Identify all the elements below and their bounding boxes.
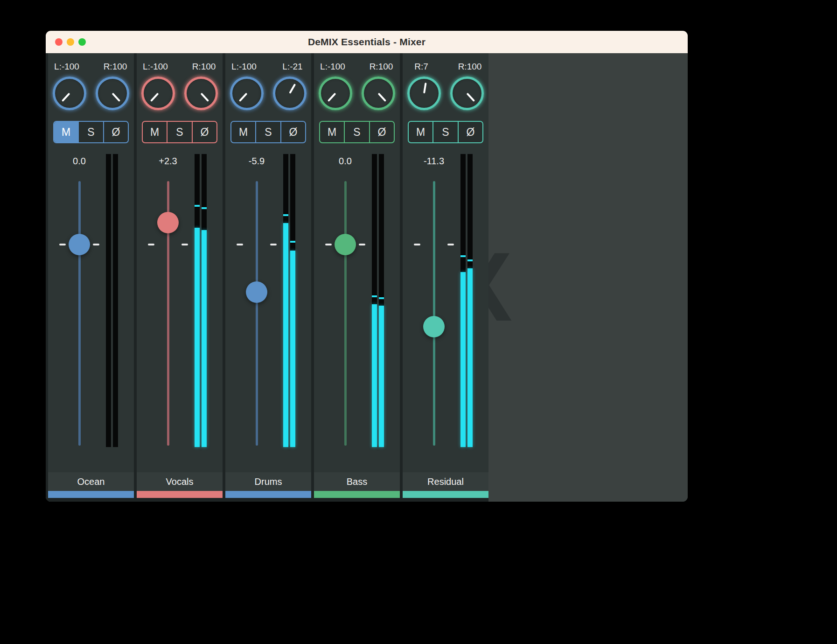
fader-track[interactable] [78,181,81,446]
fader-tick-right [447,244,454,245]
level-meter [195,154,207,447]
channel-color-bar [403,491,488,498]
mute-button[interactable]: M [320,122,344,142]
meter-fill [195,228,200,447]
channel-button-group: M S Ø [319,121,395,143]
fader-handle[interactable] [157,212,179,233]
level-meter [283,154,295,447]
meter-peak [290,241,295,243]
pan-right-knob[interactable] [450,77,484,110]
pan-right-knob[interactable] [184,77,218,110]
pan-left-knob[interactable] [319,77,352,110]
channel-name: Vocals [166,476,194,487]
fader [314,181,377,446]
pan-left-knob[interactable] [230,77,264,110]
pan-left-knob[interactable] [53,77,86,110]
knob-pointer [201,93,209,102]
meter-bar-left [372,154,377,447]
meter-peak [379,297,384,299]
fader-tick-left [414,244,420,245]
solo-button[interactable]: S [167,122,191,142]
pan-left-label: L:-100 [226,62,262,72]
pan-labels: L:-100 R:100 [137,53,223,72]
channel-button-group: M S Ø [142,121,217,143]
channel-color-bar [48,491,134,498]
meter-fill [460,272,466,447]
window-title: DeMIX Essentials - Mixer [308,36,425,48]
channel-strip-bass: L:-100 R:100 M S Ø 0.0 [314,53,400,498]
pan-right-knob[interactable] [273,77,307,110]
minimize-button[interactable] [67,38,74,46]
channel-strip-drums: L:-100 L:-21 M S Ø -5.9 [225,53,311,498]
channel-name: Drums [255,476,282,487]
pan-right-knob[interactable] [362,77,395,110]
fader-track[interactable] [256,181,258,446]
phase-button[interactable]: Ø [192,122,216,142]
channel-name: Residual [427,476,464,487]
pan-right-knob[interactable] [96,77,129,110]
meter-bar-right [467,154,473,447]
fader-handle[interactable] [335,234,356,255]
phase-button[interactable]: Ø [103,122,128,142]
pan-labels: L:-100 R:100 [314,53,400,72]
meter-bar-left [195,154,200,447]
fader-handle[interactable] [423,316,445,337]
knob-pointer [423,83,427,93]
pan-left-knob[interactable] [407,77,441,110]
app-window: DeMIX Essentials - Mixer X L:-100 R:100 … [46,31,688,502]
phase-button[interactable]: Ø [458,122,482,142]
level-meter [106,154,118,447]
mute-button[interactable]: M [54,122,78,142]
phase-button[interactable]: Ø [280,122,305,142]
fader-value: 0.0 [48,156,111,167]
channel-name: Ocean [77,476,105,487]
pan-left-label: L:-100 [137,62,174,72]
knob-pointer [62,93,70,102]
fader-handle[interactable] [69,234,90,255]
close-button[interactable] [55,38,63,46]
mute-button[interactable]: M [409,122,432,142]
window-titlebar[interactable]: DeMIX Essentials - Mixer [46,31,688,53]
fader-handle[interactable] [246,281,267,303]
pan-left-label: R:7 [403,62,439,72]
fader-track[interactable] [344,181,347,446]
knob-pointer [328,93,336,102]
channel-color-bar [137,491,223,498]
pan-right-label: R:100 [452,62,488,72]
mute-button[interactable]: M [231,122,255,142]
pan-right-label: R:100 [363,62,399,72]
solo-button[interactable]: S [255,122,280,142]
fader-tick-left [325,244,332,245]
fader-value: +2.3 [137,156,199,167]
fader [137,181,199,446]
channel-name-row: Bass [314,472,400,491]
meter-peak [372,295,377,297]
pan-labels: L:-100 L:-21 [225,53,311,72]
meter-peak [467,259,473,261]
fader-track[interactable] [433,181,435,446]
pan-knobs [137,77,223,110]
fader [225,181,288,446]
level-meter [372,154,384,447]
meter-fill [379,306,384,447]
solo-button[interactable]: S [344,122,369,142]
fader-value: 0.0 [314,156,377,167]
meter-bar-left [106,154,111,447]
pan-left-knob[interactable] [141,77,175,110]
phase-button[interactable]: Ø [369,122,394,142]
fader-value: -11.3 [403,156,465,167]
fader-tick-right [270,244,277,245]
pan-left-label: L:-100 [314,62,351,72]
pan-right-label: L:-21 [274,62,311,72]
channel-color-bar [314,491,400,498]
meter-bar-left [460,154,466,447]
fader-tick-left [237,244,243,245]
mute-button[interactable]: M [143,122,167,142]
zoom-button[interactable] [78,38,86,46]
channel-name-row: Residual [403,472,488,491]
channel-button-group: M S Ø [408,121,483,143]
channel-name-row: Drums [225,472,311,491]
meter-bar-right [290,154,295,447]
solo-button[interactable]: S [78,122,103,142]
solo-button[interactable]: S [432,122,457,142]
